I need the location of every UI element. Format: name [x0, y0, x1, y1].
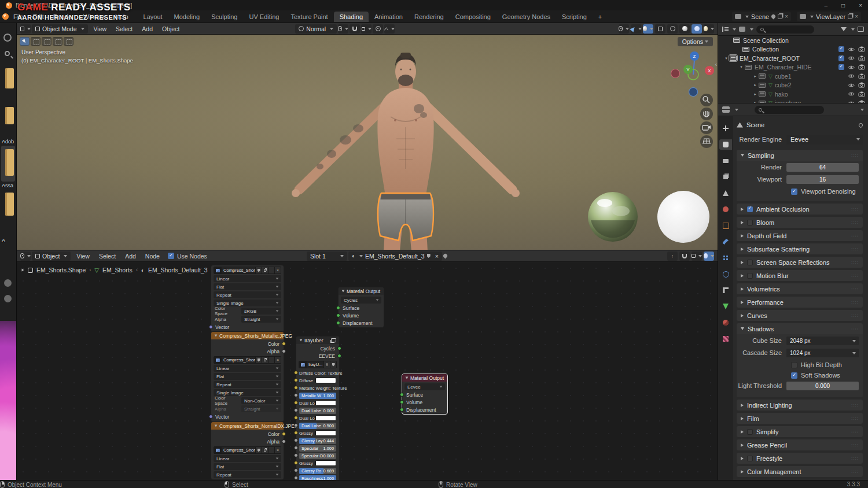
collapsed-panel[interactable]: Bloom:::: — [737, 217, 863, 228]
editor-type-button[interactable] — [20, 24, 31, 34]
properties-tab[interactable] — [719, 301, 732, 312]
display-mode-icon[interactable] — [722, 27, 728, 32]
properties-tab[interactable] — [719, 188, 732, 198]
desktop-item-label[interactable]: A — [2, 238, 5, 243]
target-engine-dropdown[interactable]: Eevee — [404, 383, 445, 390]
character-head[interactable] — [395, 53, 416, 86]
fake-user-icon[interactable] — [332, 363, 335, 367]
folder-thumbnail[interactable] — [5, 193, 14, 216]
properties-tab[interactable] — [719, 269, 732, 279]
copy-icon[interactable] — [264, 358, 266, 361]
breadcrumb-mesh[interactable]: EM_Shorts.Shape — [36, 267, 86, 273]
scene-selector[interactable]: Scene × — [732, 12, 791, 21]
app-shortcut-icon[interactable] — [4, 279, 12, 287]
collapsed-panel[interactable]: Performance:::: — [737, 297, 863, 308]
collapsed-panel[interactable]: Depth of Field:::: — [737, 230, 863, 241]
input-socket[interactable] — [294, 476, 298, 480]
irayuber-input-row[interactable]: Glossy Lay Glossy Lay 0.444 — [299, 437, 336, 444]
value-slider[interactable]: Dual Lobe 0.000 — [299, 408, 336, 414]
eye-icon[interactable] — [848, 65, 855, 70]
mode-dropdown[interactable]: Object Mode — [32, 24, 88, 34]
irayuber-input-row[interactable]: Roughness Roughness 1.000 — [299, 475, 336, 480]
collapsed-panel[interactable]: Simplify:::: — [737, 426, 863, 437]
navigation-gizmo[interactable]: Z Y X — [671, 46, 717, 173]
shading-wireframe-button[interactable] — [667, 24, 678, 34]
breadcrumb-expand-icon[interactable] — [22, 269, 24, 272]
collapsed-panel[interactable]: Motion Blur:::: — [737, 270, 863, 281]
collapsed-panel[interactable]: Screen Space Reflections:::: — [737, 257, 863, 268]
node-dropdown[interactable]: Linear — [214, 365, 281, 372]
value-slider[interactable]: Dual Lobe 0.500 — [299, 423, 336, 429]
node-dropdown[interactable]: Single Image — [214, 300, 281, 306]
viewport-menu-item[interactable]: Add — [137, 24, 157, 34]
item-name[interactable]: Scene Collection — [743, 37, 789, 44]
value-slider[interactable]: Glossy Lay 0.444 — [299, 438, 336, 444]
value-slider[interactable]: Specular 1.000 — [299, 445, 336, 452]
zoom-button[interactable] — [700, 94, 713, 106]
irayuber-input-row[interactable]: Dual Lobe Dual Lobe 0.000 — [299, 407, 336, 414]
filter-id-icon[interactable] — [739, 27, 745, 32]
panel-checkbox[interactable] — [747, 273, 753, 279]
panel-checkbox[interactable] — [747, 220, 753, 225]
unlink-icon[interactable] — [274, 357, 281, 363]
properties-icon[interactable] — [722, 106, 730, 113]
light-threshold-field[interactable]: 0.000 — [786, 382, 859, 390]
panel-checkbox[interactable] — [747, 260, 753, 265]
unlink-icon[interactable] — [274, 267, 281, 273]
preview-shading-dropdown[interactable] — [704, 252, 714, 261]
high-bit-depth-checkbox[interactable] — [791, 362, 797, 368]
shading-rendered-button[interactable] — [704, 24, 714, 34]
node-canvas[interactable]: EM_Shorts.Shape › ▽ EM_Shorts › ◐ EM_Sho… — [17, 262, 718, 480]
node-header[interactable]: Compress_Shorts_NormalDX.JPEG — [211, 422, 284, 430]
color-output-socket[interactable] — [282, 342, 286, 346]
input-socket[interactable] — [294, 408, 298, 412]
collapsed-panel[interactable]: Color Management:::: — [737, 466, 863, 477]
irayuber-input-row[interactable]: Dual Lo Dual Lo — [299, 415, 336, 422]
viewlayer-selector[interactable]: ViewLayer × — [797, 12, 861, 21]
outliner-search-input[interactable] — [756, 25, 814, 34]
outliner-row[interactable]: ▽ Scene Collection — [718, 36, 868, 45]
render-engine-dropdown[interactable]: Eevee — [786, 135, 863, 145]
fake-user-icon[interactable] — [258, 358, 260, 362]
irayuber-input-row[interactable]: Glossy Ro Glossy Ro 0.689 — [299, 467, 336, 474]
remove-viewlayer-icon[interactable]: × — [855, 13, 858, 20]
node-dropdown[interactable]: Repeat — [214, 471, 281, 478]
irayuber-input-row[interactable]: Diffuse Color: Texture — [299, 369, 336, 376]
properties-tab[interactable] — [719, 236, 732, 247]
pin-icon[interactable] — [771, 14, 777, 20]
input-socket[interactable] — [294, 378, 298, 382]
node-dropdown[interactable]: Flat — [214, 463, 281, 470]
filter-icon[interactable] — [841, 27, 847, 31]
workspace-tab[interactable]: Layout — [138, 12, 168, 22]
unlink-scene-icon[interactable]: × — [785, 13, 788, 20]
use-nodes-checkbox[interactable] — [168, 253, 174, 259]
shadows-panel-header[interactable]: Shadows:::: — [737, 323, 863, 334]
input-socket[interactable] — [294, 446, 298, 450]
menu-item[interactable]: Render — [49, 12, 79, 21]
properties-tab[interactable] — [719, 285, 732, 295]
eevee-output-socket[interactable] — [337, 354, 341, 358]
select-tweak-tool[interactable] — [20, 37, 30, 46]
desktop-item-label[interactable]: Adob — [2, 139, 14, 145]
item-name[interactable]: cube2 — [775, 82, 792, 88]
color-space-dropdown[interactable]: sRGB — [241, 308, 281, 315]
irayuber-node-group[interactable]: IrayUber Cycles EEVEE IrayU... 9 Diffuse… — [296, 336, 340, 480]
breadcrumb-object[interactable]: EM_Shorts — [102, 267, 133, 273]
shader-type-dropdown[interactable]: Object — [32, 252, 71, 261]
outliner-row[interactable]: ▸ ▽ cube1 — [718, 72, 868, 81]
editor-type-button[interactable] — [20, 252, 31, 261]
parent-node-tree-icon[interactable]: ↑ — [667, 252, 678, 261]
outliner-row[interactable]: ▽ Collection — [718, 45, 868, 54]
app-shortcut-icon[interactable] — [4, 295, 12, 302]
new-scene-icon[interactable] — [778, 14, 782, 19]
menu-item[interactable]: Edit — [28, 12, 49, 21]
overlays-dropdown[interactable] — [643, 24, 653, 34]
shading-solid-button[interactable] — [679, 24, 690, 34]
item-name[interactable]: hako — [775, 91, 788, 98]
outliner-row[interactable]: ▸ ▽ icosphere — [718, 99, 868, 103]
shader-menu-item[interactable]: View — [72, 252, 94, 261]
image-texture-node[interactable]: Compress_Shorts_NormalDX.JPEG Color Alph… — [211, 422, 284, 480]
value-slider[interactable]: Roughness 1.000 — [299, 475, 336, 480]
workspace-tab[interactable]: Compositing — [450, 12, 496, 22]
pack-icon[interactable] — [268, 447, 274, 453]
